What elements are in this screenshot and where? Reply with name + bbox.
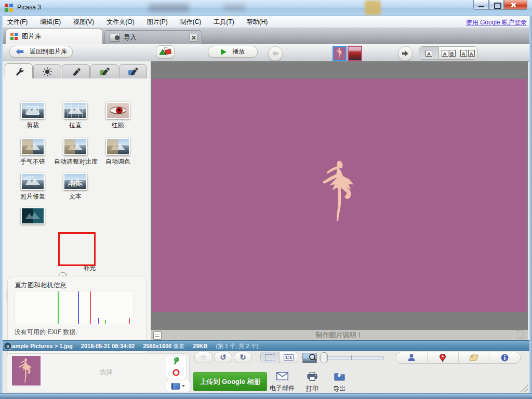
view-side-by-side-button[interactable]: AB	[439, 47, 458, 59]
tab-close-icon[interactable]	[190, 34, 197, 42]
menu-view[interactable]: 视图(V)	[73, 18, 94, 26]
resize-grip[interactable]	[518, 384, 528, 392]
status-file-path: Sample Pictures > 1.jpg	[8, 343, 73, 349]
caption-note-icon[interactable]	[153, 331, 162, 340]
info-button[interactable]	[489, 352, 520, 363]
upload-to-google-button[interactable]: 上传到 Google 相册	[193, 372, 267, 391]
edit-tab-tuning[interactable]	[33, 64, 61, 78]
edited-image[interactable]	[152, 79, 527, 312]
selection-tray: 选择	[7, 353, 190, 392]
export-button[interactable]: 导出	[326, 372, 353, 393]
retouch-tool-icon	[21, 173, 45, 190]
menu-edit[interactable]: 编辑(E)	[40, 18, 61, 26]
library-grid-icon	[10, 33, 18, 41]
collage-button[interactable]	[156, 45, 175, 58]
edit-tab-strip	[3, 63, 151, 79]
view-single-button[interactable]: A	[419, 47, 439, 59]
status-datetime: 2018-05-31 08:34:02	[81, 343, 135, 349]
minimize-icon	[478, 6, 484, 7]
places-button[interactable]	[428, 352, 459, 363]
zoom-slider-tick	[351, 355, 352, 360]
viewer-canvas	[151, 61, 528, 330]
people-button[interactable]	[396, 352, 428, 363]
rotate-cw-button[interactable]: ↻	[240, 353, 246, 362]
brush-icon	[71, 68, 81, 76]
contrast-sun-icon	[43, 67, 52, 76]
metadata-button-group	[396, 352, 521, 364]
tray-options-dropdown[interactable]	[166, 380, 190, 392]
close-button[interactable]	[504, 0, 527, 10]
clear-red-circle-icon[interactable]	[172, 369, 180, 376]
edit-tab-effects-2[interactable]	[90, 64, 118, 78]
tags-button[interactable]	[459, 352, 490, 363]
chevron-down-icon	[182, 385, 185, 387]
green-pin-icon[interactable]	[172, 357, 180, 366]
tool-redeye[interactable]: 红眼	[97, 102, 139, 130]
caption-placeholder[interactable]: 制作图片说明！	[151, 330, 528, 340]
edit-tab-basic-fixes[interactable]	[5, 63, 33, 79]
menu-picture[interactable]: 图片(P)	[147, 18, 168, 26]
edit-panel-body: 剪裁 拉直 红眼 手气不错 自动调整对比度 自动调色	[3, 78, 151, 340]
menu-help[interactable]: 帮助(H)	[247, 18, 268, 26]
tag-icon	[469, 354, 478, 361]
status-position: (第 1 个, 共 2 个)	[216, 342, 258, 350]
google-login-link[interactable]: 使用 Google 帐户登录	[466, 18, 527, 27]
filmstrip-thumbnail-next[interactable]	[348, 46, 362, 61]
rotate-ccw-button[interactable]: ↺	[220, 353, 227, 362]
star-button[interactable]: ☆	[194, 352, 212, 363]
menu-file[interactable]: 文件(F)	[7, 18, 28, 26]
menu-bar: 文件(F) 编辑(E) 视图(V) 文件夹(O) 图片(P) 制作(C) 工具(…	[0, 16, 532, 28]
tool-auto-contrast[interactable]: 自动调整对比度	[54, 138, 97, 166]
email-button[interactable]: 电子邮件	[267, 372, 298, 393]
previous-photo-button[interactable]	[268, 46, 283, 61]
envelope-icon	[276, 372, 288, 380]
fill-light-thumb-icon	[21, 207, 45, 224]
menu-create[interactable]: 制作(C)	[180, 18, 202, 26]
ballerina-silhouette	[321, 159, 362, 225]
menu-folder[interactable]: 文件夹(O)	[107, 18, 134, 26]
tool-lucky[interactable]: 手气不错	[11, 138, 54, 166]
edit-tab-effects-1[interactable]	[62, 64, 90, 78]
hold-clear-group	[166, 355, 187, 379]
tab-import[interactable]: 导入	[104, 30, 202, 44]
picasa-window: Picasa 3 文件(F) 编辑(E) 视图(V) 文件夹(O) 图片(P) …	[0, 0, 532, 399]
arrow-right-icon	[402, 50, 409, 57]
status-filesize: 29KB	[193, 343, 207, 349]
tool-crop[interactable]: 剪裁	[11, 102, 54, 130]
minimize-button[interactable]	[473, 0, 489, 10]
collapse-panel-button[interactable]: «	[4, 342, 12, 350]
exif-status-text: 没有可用的 EXIF 数据.	[15, 328, 77, 337]
view-compare-button[interactable]: AA	[458, 47, 477, 59]
green-brush-icon	[99, 68, 110, 76]
zoom-slider-track[interactable]	[320, 356, 384, 360]
zoom-slider-knob[interactable]	[321, 352, 328, 363]
export-folder-icon	[334, 372, 345, 381]
trash-icon[interactable]	[517, 331, 524, 339]
histogram-spike	[129, 318, 130, 324]
zoom-preview-icon[interactable]	[302, 353, 317, 363]
histogram-spike	[90, 291, 91, 324]
next-photo-button[interactable]	[398, 46, 413, 61]
tool-auto-color[interactable]: 自动调色	[97, 138, 139, 166]
tool-straighten[interactable]: 拉直	[54, 102, 97, 130]
tool-text[interactable]: ABC 文本	[54, 173, 97, 201]
tray-thumbnail[interactable]	[12, 356, 41, 385]
print-button[interactable]: 打印	[299, 372, 325, 393]
back-to-library-button[interactable]: 返回到图片库	[9, 46, 73, 58]
menu-tools[interactable]: 工具(T)	[214, 18, 234, 26]
fit-to-window-button[interactable]	[261, 352, 280, 363]
edit-tab-effects-3[interactable]	[119, 64, 147, 78]
tool-retouch[interactable]: 照片修复	[11, 173, 54, 201]
filmstrip-thumbnail-current[interactable]	[332, 46, 347, 61]
play-button[interactable]: 播放	[208, 46, 258, 58]
actual-size-button[interactable]: 1:1	[280, 352, 298, 363]
blue-brush-icon	[128, 68, 138, 76]
maximize-button[interactable]	[489, 0, 504, 10]
crop-tool-icon	[21, 102, 45, 119]
tab-library[interactable]: 图片库	[5, 29, 103, 44]
histogram-spike	[105, 320, 106, 324]
status-dimensions: 2560x1600 像素	[143, 342, 184, 350]
zoom-mode-group: 1:1	[260, 352, 298, 363]
blurred-watermark	[223, 4, 245, 11]
person-icon	[407, 354, 416, 362]
